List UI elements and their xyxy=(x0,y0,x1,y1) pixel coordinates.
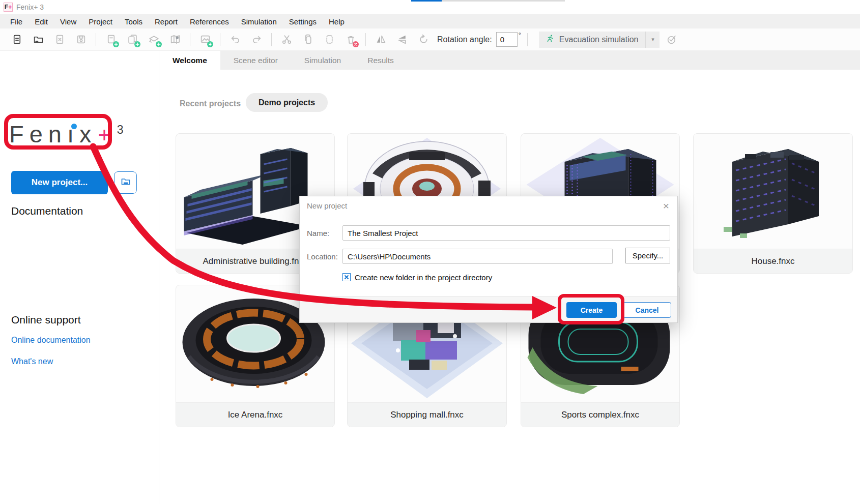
name-label: Name: xyxy=(307,229,329,238)
create-folder-checkbox-label: Create new folder in the project directo… xyxy=(355,273,492,282)
logo-plus: + xyxy=(98,123,111,147)
top-edge-gray-bar xyxy=(442,0,565,2)
delete-icon[interactable] xyxy=(345,34,357,46)
menu-project[interactable]: Project xyxy=(82,17,119,26)
online-documentation-link[interactable]: Online documentation xyxy=(11,336,91,345)
logo-text: Fenıx xyxy=(9,121,97,147)
sidebar: Fenıx+3 New project... Documentation Onl… xyxy=(0,51,159,504)
app-icon: F+ xyxy=(4,3,13,12)
location-field[interactable] xyxy=(342,249,613,264)
save-project-icon[interactable] xyxy=(75,34,87,46)
evacuation-runner-icon xyxy=(546,34,555,45)
project-card-house[interactable]: House.fnxc xyxy=(693,133,853,274)
menu-tools[interactable]: Tools xyxy=(119,17,149,26)
copy-icon[interactable] xyxy=(302,34,314,46)
plus-badge-icon xyxy=(113,41,119,47)
new-project-dialog: New project × Name: Location: Specify...… xyxy=(299,196,678,323)
title-bar: F+ Fenix+ 3 xyxy=(0,0,860,14)
house-thumbnail xyxy=(694,134,852,249)
menu-help[interactable]: Help xyxy=(323,17,351,26)
tab-scene-editor[interactable]: Scene editor xyxy=(220,51,291,70)
menu-file[interactable]: File xyxy=(4,17,28,26)
checkbox-checked-icon xyxy=(344,273,349,282)
undo-icon[interactable] xyxy=(229,34,241,46)
flip-vertical-icon[interactable] xyxy=(396,34,408,46)
redo-icon[interactable] xyxy=(250,34,263,46)
menu-bar: File Edit View Project Tools Report Refe… xyxy=(0,14,860,28)
create-folder-checkbox[interactable] xyxy=(342,273,351,281)
menu-settings[interactable]: Settings xyxy=(283,17,323,26)
menu-references[interactable]: References xyxy=(184,17,235,26)
close-icon[interactable]: × xyxy=(661,198,671,213)
download-badge-icon xyxy=(207,41,213,47)
project-card-label: Shopping mall.fnxc xyxy=(348,402,506,427)
evacuation-simulation-button[interactable]: Evacuation simulation xyxy=(539,32,646,48)
location-label: Location: xyxy=(307,252,338,261)
map-substrate-icon[interactable] xyxy=(169,34,181,46)
window-title: Fenix+ 3 xyxy=(16,3,44,11)
degree-symbol: ° xyxy=(519,31,521,39)
toolbar: Rotation angle: ° Evacuation simulation … xyxy=(0,28,860,51)
simulation-dropdown-button[interactable]: ▾ xyxy=(645,32,660,48)
open-project-folder-button[interactable] xyxy=(114,171,137,194)
top-edge-blue-bar xyxy=(411,0,442,2)
paste-icon[interactable] xyxy=(323,34,335,46)
documentation-heading: Documentation xyxy=(11,205,83,217)
cancel-button[interactable]: Cancel xyxy=(623,302,671,318)
close-project-icon[interactable] xyxy=(53,34,66,46)
menu-view[interactable]: View xyxy=(54,17,82,26)
tab-results[interactable]: Results xyxy=(354,51,407,70)
rotation-angle-label: Rotation angle: xyxy=(437,35,492,44)
toolbar-separator xyxy=(220,33,220,46)
toolbar-separator xyxy=(527,33,528,46)
toolbar-separator xyxy=(365,33,366,46)
demo-projects-label: Demo projects xyxy=(259,98,315,107)
x-badge-icon xyxy=(353,41,359,47)
menu-simulation[interactable]: Simulation xyxy=(235,17,283,26)
dialog-footer xyxy=(300,296,677,322)
add-layer-icon[interactable] xyxy=(148,34,160,46)
new-project-button[interactable]: New project... xyxy=(11,171,108,194)
open-project-icon[interactable] xyxy=(32,34,44,46)
project-card-label: House.fnxc xyxy=(694,249,852,273)
toolbar-separator xyxy=(271,33,272,46)
whats-new-link[interactable]: What's new xyxy=(11,357,53,366)
duplicate-scenario-icon[interactable] xyxy=(126,34,138,46)
new-document-icon[interactable] xyxy=(11,34,23,46)
demo-projects-tab[interactable]: Demo projects xyxy=(246,93,328,112)
rotation-angle-input[interactable] xyxy=(496,32,518,47)
plus-badge-icon xyxy=(156,41,162,47)
name-field[interactable] xyxy=(342,225,670,241)
specify-button[interactable]: Specify... xyxy=(625,248,670,263)
project-card-label: Ice Arena.fnxc xyxy=(176,402,334,427)
validate-check-icon[interactable] xyxy=(666,34,678,46)
project-card-label: Sports complex.fnxc xyxy=(521,402,679,427)
app-icon-plus: + xyxy=(8,4,12,11)
menu-report[interactable]: Report xyxy=(149,17,184,26)
add-scenario-icon[interactable] xyxy=(105,34,117,46)
tab-welcome[interactable]: Welcome xyxy=(159,51,220,70)
folder-icon xyxy=(121,176,131,189)
dialog-title: New project xyxy=(307,201,347,210)
cut-icon[interactable] xyxy=(280,34,293,46)
menu-edit[interactable]: Edit xyxy=(28,17,54,26)
tab-simulation[interactable]: Simulation xyxy=(291,51,354,70)
online-support-heading: Online support xyxy=(11,314,81,326)
fenix-logo: Fenıx+3 xyxy=(9,120,123,148)
chevron-down-icon: ▾ xyxy=(651,36,654,43)
rotate-icon[interactable] xyxy=(417,34,429,46)
toolbar-separator xyxy=(96,33,96,46)
logo-blue-dot xyxy=(71,124,77,129)
logo-version-sup: 3 xyxy=(117,123,124,136)
evacuation-simulation-label: Evacuation simulation xyxy=(559,35,639,44)
create-button[interactable]: Create xyxy=(566,302,617,318)
main-tab-strip: Welcome Scene editor Simulation Results xyxy=(159,51,860,70)
import-image-icon[interactable] xyxy=(199,34,211,46)
recent-projects-tab[interactable]: Recent projects xyxy=(180,99,241,108)
toolbar-separator xyxy=(190,33,190,46)
plus-badge-icon xyxy=(134,41,140,47)
flip-horizontal-icon[interactable] xyxy=(375,34,387,46)
